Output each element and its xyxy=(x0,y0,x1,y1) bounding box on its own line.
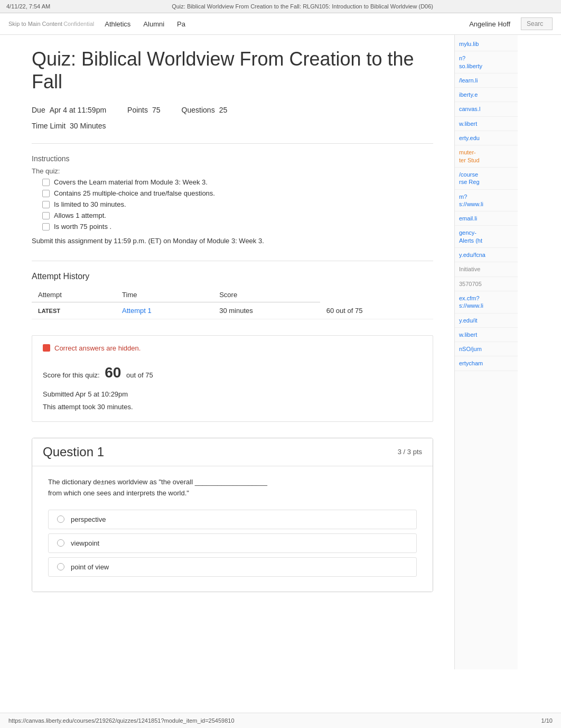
answer-label-2: viewpoint xyxy=(71,539,99,547)
questions-value: 25 xyxy=(219,104,228,117)
correct-answers-hidden: Correct answers are hidden. xyxy=(43,344,422,352)
sidebar-item-19[interactable]: ertycham​ xyxy=(455,356,518,371)
answer-label-3: point of view xyxy=(71,563,109,571)
sidebar-item-2[interactable]: /learn.li xyxy=(455,73,518,88)
radio-btn-2 xyxy=(57,539,64,547)
list-item: Is worth 75 points . xyxy=(42,223,433,231)
points-label: Points xyxy=(127,104,148,117)
answer-option-3[interactable]: point of view xyxy=(48,557,417,577)
bullet-icon xyxy=(42,190,50,197)
question-points: 3 / 3 pts xyxy=(398,448,422,456)
sidebar-item-5[interactable]: w.libert xyxy=(455,117,518,131)
browser-bar: 4/11/22, 7:54 AM Quiz: Biblical Worldvie… xyxy=(0,0,561,13)
attempt-link[interactable]: Attempt 1 xyxy=(122,307,152,315)
sidebar-item-15[interactable]: ex.cfm? s://www.li xyxy=(455,291,518,314)
nav-items: Athletics Alumni Pa xyxy=(105,20,185,28)
col-attempt: Attempt xyxy=(32,288,116,302)
nav-bar: Skip to Main ContentConfidential Athleti… xyxy=(0,13,561,35)
answer-label-1: perspective xyxy=(71,515,106,523)
question-header: Question 1 3 / 3 pts xyxy=(32,438,433,466)
radio-btn-3 xyxy=(57,563,64,570)
quiz-description: The quiz: xyxy=(32,167,433,175)
content-area: Quiz: Biblical Worldview From Creation t… xyxy=(0,35,454,669)
sidebar-item-18[interactable]: nSO/jum​ xyxy=(455,342,518,356)
due-label: Due xyxy=(32,104,45,117)
question-title: Question 1 xyxy=(43,445,104,459)
sidebar-item-10[interactable]: email.li xyxy=(455,211,518,226)
submit-note: Submit this assignment by 11:59 p.m. (ET… xyxy=(32,237,433,245)
sidebar-item-11[interactable]: gency- Alerts (ht xyxy=(455,226,518,248)
divider-2 xyxy=(32,261,433,261)
score-details: Score for this quiz: 60 out of 75 Submit… xyxy=(43,360,422,413)
bullet-icon xyxy=(42,212,50,219)
list-item: Allows 1 attempt. xyxy=(42,211,433,219)
nav-user: Angeline Hoff xyxy=(469,20,510,28)
bullet-text: Covers the Learn material from Module 3:… xyxy=(54,178,208,186)
search-box[interactable]: Searc xyxy=(521,17,553,30)
bullet-text: Contains 25 multiple-choice and true/fal… xyxy=(54,189,215,197)
bullet-text: Is worth 75 points . xyxy=(54,223,111,231)
attempt-history-label: Attempt History xyxy=(32,272,433,281)
score-number: 60 xyxy=(105,364,121,381)
right-sidebar: mylu.lib n? so.liberty /learn.li iberty.… xyxy=(454,35,518,669)
bullet-list: Covers the Learn material from Module 3:… xyxy=(42,178,433,231)
divider-1 xyxy=(32,143,433,144)
list-item: Covers the Learn material from Module 3:… xyxy=(42,178,433,186)
instructions-label: Instructions xyxy=(32,154,433,163)
browser-page-title: Quiz: Biblical Worldview From Creation t… xyxy=(50,3,555,10)
attempt-time: 30 minutes xyxy=(213,302,320,319)
bottom-bar: https://canvas.liberty.edu/courses/21926… xyxy=(0,713,561,728)
list-item: Contains 25 multiple-choice and true/fal… xyxy=(42,189,433,197)
bullet-icon xyxy=(42,179,50,186)
list-item: Is limited to 30 minutes. xyxy=(42,200,433,208)
score-info-box: Correct answers are hidden. Score for th… xyxy=(32,335,433,422)
browser-timestamp: 4/11/22, 7:54 AM xyxy=(6,3,50,10)
bullet-icon xyxy=(42,223,50,231)
table-row: LATEST Attempt 1 30 minutes 60 out of 75 xyxy=(32,302,433,319)
page-url: https://canvas.liberty.edu/courses/21926… xyxy=(8,717,235,724)
sidebar-item-16[interactable]: y.edu/it​ xyxy=(455,314,518,328)
bullet-text: Is limited to 30 minutes. xyxy=(54,200,126,208)
nav-athletics[interactable]: Athletics xyxy=(105,20,130,28)
sidebar-item-9[interactable]: m? s://www.li xyxy=(455,190,518,212)
question-1-box: Question 1 3 / 3 pts The dictionary de±n… xyxy=(32,438,433,592)
sidebar-item-1[interactable]: n? so.liberty xyxy=(455,51,518,73)
latest-badge: LATEST xyxy=(38,308,60,314)
sidebar-item-13[interactable]: Initiative xyxy=(455,262,518,277)
bullet-icon xyxy=(42,201,50,208)
col-score: Score xyxy=(213,288,320,302)
questions-label: Questions xyxy=(182,104,215,117)
sidebar-item-17[interactable]: w.libert xyxy=(455,328,518,342)
radio-btn-1 xyxy=(57,515,64,523)
sidebar-item-14[interactable]: 3570705 xyxy=(455,277,518,291)
submitted-date: Submitted Apr 5 at 10:29pm xyxy=(43,388,422,400)
bullet-text: Allows 1 attempt. xyxy=(54,211,106,219)
points-value: 75 xyxy=(152,104,161,117)
question-text: The dictionary de±nes worldview as "the … xyxy=(48,477,417,499)
sidebar-item-12[interactable]: y.edu/fc​na xyxy=(455,248,518,262)
sidebar-item-6[interactable]: erty.edu xyxy=(455,131,518,145)
sidebar-item-0[interactable]: mylu.lib xyxy=(455,37,518,51)
page-number: 1/10 xyxy=(541,717,553,724)
question-body: The dictionary de±nes worldview as "the … xyxy=(32,466,433,592)
answer-option-2[interactable]: viewpoint xyxy=(48,533,417,553)
sidebar-item-3[interactable]: iberty.e xyxy=(455,88,518,102)
attempt-table: Attempt Time Score LATEST Attempt 1 30 m… xyxy=(32,288,433,319)
answer-option-1[interactable]: perspective xyxy=(48,510,417,529)
col-time: Time xyxy=(116,288,213,302)
nav-alumni[interactable]: Alumni xyxy=(143,20,164,28)
nav-pa[interactable]: Pa xyxy=(177,20,185,28)
quiz-meta: Due Apr 4 at 11:59pm Points 75 Questions… xyxy=(32,104,433,132)
main-layout: Quiz: Biblical Worldview From Creation t… xyxy=(0,35,561,669)
quiz-title: Quiz: Biblical Worldview From Creation t… xyxy=(32,48,433,93)
warning-icon xyxy=(43,344,50,352)
sidebar-item-4[interactable]: canvas.l xyxy=(455,102,518,116)
attempt-took: This attempt took 30 minutes. xyxy=(43,401,422,413)
attempt-score: 60 out of 75 xyxy=(320,302,433,319)
time-limit-value: 30 Minutes xyxy=(70,119,106,133)
due-value: Apr 4 at 11:59pm xyxy=(50,104,106,117)
skip-link[interactable]: Skip to Main ContentConfidential xyxy=(8,21,94,27)
time-limit-label: Time Limit xyxy=(32,119,66,133)
sidebar-item-7[interactable]: muter- ter Stud xyxy=(455,145,518,168)
sidebar-item-8[interactable]: /course rse Reg xyxy=(455,168,518,190)
